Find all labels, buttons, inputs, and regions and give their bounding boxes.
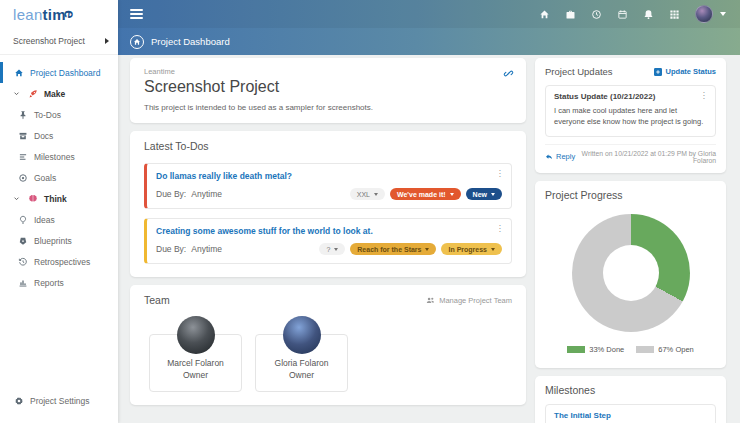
- status-dropdown[interactable]: In Progress: [441, 243, 502, 255]
- rocket-icon: [27, 88, 38, 99]
- caret-down-icon: [374, 193, 378, 196]
- legend-done-label: 33% Done: [589, 345, 624, 354]
- project-selector-label: Screenshot Project: [13, 36, 85, 46]
- milestones-icon: [17, 151, 28, 162]
- sidebar-group-think[interactable]: Think: [0, 188, 118, 209]
- post-title: Status Update (10/21/2022): [554, 92, 707, 101]
- share-link-icon[interactable]: [503, 68, 514, 79]
- project-updates-card: Project Updates Update Status Status Upd…: [535, 58, 726, 173]
- legend-open-label: 67% Open: [658, 345, 693, 354]
- manage-project-team-link[interactable]: Manage Project Team: [426, 296, 512, 305]
- hamburger-menu-icon[interactable]: [130, 7, 143, 21]
- sidebar-nav: Project Dashboard Make To-Dos Docs: [0, 62, 118, 293]
- main-content: Leantime Screenshot Project This project…: [118, 55, 740, 423]
- effort-dropdown[interactable]: ?: [319, 243, 345, 255]
- sidebar-item-todos[interactable]: To-Dos: [0, 104, 118, 125]
- due-by-value: Anytime: [191, 244, 222, 254]
- due-by-value: Anytime: [191, 189, 222, 199]
- briefcase-icon[interactable]: [565, 9, 576, 20]
- reply-arrow-icon: [545, 153, 553, 161]
- milestone-dropdown[interactable]: Reach for the Stars: [350, 243, 436, 255]
- clock-icon[interactable]: [591, 9, 602, 20]
- todo-item: Do llamas really like death metal? ⋮ Due…: [144, 163, 512, 209]
- caret-down-icon: [450, 193, 454, 196]
- project-header-card: Leantime Screenshot Project This project…: [130, 58, 526, 123]
- status-dropdown[interactable]: New: [466, 188, 502, 200]
- team-member-card: Gloria Folaron Owner: [255, 334, 348, 392]
- docs-icon: [17, 130, 28, 141]
- update-status-button[interactable]: Update Status: [654, 67, 716, 76]
- caret-down-icon[interactable]: [720, 12, 726, 16]
- bell-icon[interactable]: [643, 9, 654, 20]
- breadcrumb: Project Dashboard: [118, 28, 740, 55]
- caret-down-icon: [491, 248, 495, 251]
- kebab-menu-icon[interactable]: ⋮: [496, 224, 505, 233]
- todo-title-link[interactable]: Creating some awesome stuff for the worl…: [156, 226, 502, 236]
- progress-donut: [572, 214, 690, 332]
- users-icon: [426, 296, 435, 305]
- todos-heading: Latest To-Dos: [144, 140, 512, 152]
- progress-heading: Project Progress: [545, 189, 716, 201]
- caret-down-icon: [334, 248, 338, 251]
- sidebar-item-blueprints[interactable]: Blueprints: [0, 230, 118, 251]
- home-icon[interactable]: [539, 9, 550, 20]
- member-role: Owner: [260, 370, 343, 382]
- post-body: I can make cool updates here and let eve…: [554, 105, 707, 128]
- sidebar: leantime Screenshot Project Project Dash…: [0, 0, 118, 423]
- apps-grid-icon[interactable]: [669, 9, 680, 20]
- reply-link[interactable]: Reply: [545, 152, 575, 161]
- gear-icon: [13, 395, 24, 406]
- sidebar-item-goals[interactable]: Goals: [0, 167, 118, 188]
- member-role: Owner: [154, 370, 237, 382]
- chevron-down-icon: [13, 195, 21, 203]
- kebab-menu-icon[interactable]: ⋮: [700, 91, 709, 100]
- sidebar-item-retrospectives[interactable]: Retrospectives: [0, 251, 118, 272]
- sidebar-item-reports[interactable]: Reports: [0, 272, 118, 293]
- dashboard-home-icon[interactable]: [130, 35, 144, 49]
- legend-swatch-done: [567, 346, 585, 353]
- progress-legend: 33% Done 67% Open: [545, 345, 716, 359]
- legend-swatch-open: [636, 346, 654, 353]
- topbar: [118, 0, 740, 28]
- project-progress-card: Project Progress 33% Done 67% Open: [535, 181, 726, 368]
- plus-square-icon: [654, 68, 662, 76]
- member-name: Marcel Folaron: [154, 358, 237, 370]
- caret-down-icon: [425, 248, 429, 251]
- milestone-title-link[interactable]: The Initial Step: [554, 411, 707, 420]
- project-description: This project is intended to be used as a…: [144, 103, 512, 112]
- logo-text: lean: [13, 6, 43, 23]
- sidebar-item-project-dashboard[interactable]: Project Dashboard: [0, 62, 118, 83]
- caret-down-icon: [491, 193, 495, 196]
- kebab-menu-icon[interactable]: ⋮: [496, 169, 505, 178]
- milestone-item: The Initial Step Due By: 01/25/2023 0% C…: [545, 404, 716, 423]
- page-title: Project Dashboard: [151, 36, 230, 47]
- milestones-heading: Milestones: [545, 384, 716, 396]
- history-icon: [17, 256, 28, 267]
- post-meta: Written on 10/21/2022 at 01:29 PM by Glo…: [575, 150, 716, 164]
- due-by-label: Due By:: [156, 244, 186, 254]
- bullseye-icon: [17, 172, 28, 183]
- home-icon: [13, 67, 24, 78]
- effort-dropdown[interactable]: XXL: [350, 188, 385, 200]
- pen-nib-icon: [17, 235, 28, 246]
- team-member-card: Marcel Folaron Owner: [149, 334, 242, 392]
- chart-bar-icon: [17, 277, 28, 288]
- header: Project Dashboard: [118, 0, 740, 55]
- status-update-post: Status Update (10/21/2022) ⋮ I can make …: [545, 85, 716, 137]
- todo-item: Creating some awesome stuff for the worl…: [144, 218, 512, 264]
- calendar-icon[interactable]: [617, 9, 628, 20]
- milestone-dropdown[interactable]: We've made it!: [390, 188, 461, 200]
- project-selector[interactable]: Screenshot Project: [0, 28, 118, 55]
- sidebar-item-ideas[interactable]: Ideas: [0, 209, 118, 230]
- todo-title-link[interactable]: Do llamas really like death metal?: [156, 171, 502, 181]
- sidebar-group-make[interactable]: Make: [0, 83, 118, 104]
- app-label: Leantime: [144, 67, 512, 76]
- project-title: Screenshot Project: [144, 78, 512, 96]
- due-by-label: Due By:: [156, 189, 186, 199]
- sidebar-item-project-settings[interactable]: Project Settings: [0, 390, 118, 411]
- sidebar-item-milestones[interactable]: Milestones: [0, 146, 118, 167]
- user-avatar[interactable]: [695, 5, 713, 23]
- leantime-logo[interactable]: leantime: [0, 0, 118, 28]
- team-heading: Team: [144, 294, 170, 306]
- sidebar-item-docs[interactable]: Docs: [0, 125, 118, 146]
